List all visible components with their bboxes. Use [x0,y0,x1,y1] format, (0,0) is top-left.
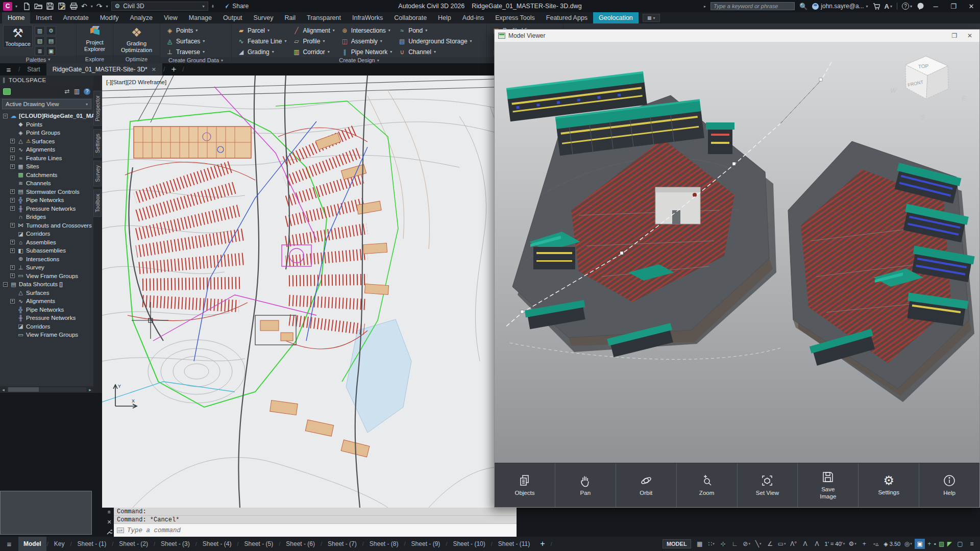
side-tab-toolbox[interactable]: Toolbox [93,189,102,217]
tree-item-subassemblies[interactable]: +◧Subassemblies [0,246,93,255]
layout-tab-sheet-10[interactable]: Sheet - (10) [448,537,490,551]
tree-item-view-frame-groups[interactable]: ▭View Frame Groups [0,331,93,339]
ribbon-tab-transparent[interactable]: Transparent [301,12,347,23]
expand-icon[interactable]: + [10,299,15,304]
layout-tab-sheet-9[interactable]: Sheet - (9) [406,537,446,551]
tree-item-alignments[interactable]: +∿Alignments [0,145,93,154]
ribbon-tab-featured-apps[interactable]: Featured Apps [541,12,593,23]
layout-tab-sheet-11[interactable]: Sheet - (11) [493,537,535,551]
tree-item-stormwater-controls[interactable]: +▤Stormwater Controls [0,188,93,196]
share-button[interactable]: Share [223,3,249,10]
undo-icon[interactable]: ↶ [81,3,87,10]
drawing-tab-menu-icon[interactable]: ≡ [0,63,17,76]
polar-tracking-icon[interactable]: ⊘▾ [742,539,752,549]
item-view-toggle-icon[interactable]: ⇄ [65,88,70,95]
redo-icon[interactable]: ↷ [96,3,103,10]
expand-icon[interactable]: + [10,265,15,270]
workspace-switch-icon[interactable]: ⚙▾ [847,539,857,549]
isometric-drafting-icon[interactable]: ╲▾ [753,539,764,549]
grid-icon[interactable]: ▦ [695,539,705,549]
annotation-scale-value[interactable]: 1' = 40'▾ [824,539,846,549]
app-menu-caret-icon[interactable]: ▾ [15,4,17,9]
tree-item-sites[interactable]: +▦Sites [0,162,93,171]
collapse-icon[interactable]: − [3,114,8,118]
toolspace-help-icon[interactable]: ? [84,88,90,95]
scroll-left-icon[interactable]: ◂ [0,387,7,392]
geolocation-status-icon[interactable]: ▣ [915,539,925,549]
surfaces-button[interactable]: ◬Surfaces▾ [163,36,207,46]
ribbon-tab-analyze[interactable]: Analyze [124,12,158,23]
tree-item-bridges[interactable]: ∩Bridges [0,213,93,221]
search-icon[interactable]: 🔍 [799,3,807,10]
orbit-button[interactable]: Orbit [616,463,677,507]
traverse-button[interactable]: ⊥Traverse▾ [163,46,207,57]
tab-active-drawing[interactable]: RidgeGate_01_MASTER-Site- 3D* ✕ [46,63,162,76]
save-as-icon[interactable] [58,2,66,10]
ribbon-tab-insert[interactable]: Insert [30,12,57,23]
layout-tab-sheet-6[interactable]: Sheet - (6) [281,537,320,551]
workspace-selector[interactable]: ⚙ Civil 3D ▾ [111,2,208,11]
tree-item-pressure-networks[interactable]: ╫Pressure Networks [0,314,93,322]
ribbon-tab-express-tools[interactable]: Express Tools [489,12,541,23]
app-store-cart-icon[interactable] [873,3,880,10]
crosshair-toggle-icon[interactable]: + [859,539,869,549]
settings-palette-icon[interactable]: ⚙ [46,26,56,35]
tree-item-surfaces[interactable]: +△⚠Surfaces [0,137,93,146]
ribbon-tab-infraworks[interactable]: InfraWorks [347,12,388,23]
tree-item-view-frame-groups[interactable]: +▭View Frame Groups [0,272,93,281]
snap-icon[interactable]: ∷▾ [706,539,717,549]
toolspace-grip-icon[interactable]: ▌ [3,78,7,83]
account-button[interactable]: john.sayre@a... ▾ [812,3,868,10]
tree-item-surfaces[interactable]: △Surfaces [0,289,93,297]
close-button[interactable]: ✕ [965,1,978,11]
osnap-icon[interactable]: ▭▾ [777,539,787,549]
tree-item-pipe-networks[interactable]: ╬Pipe Networks [0,306,93,314]
osnap-tracking-icon[interactable]: ∠ [765,539,775,549]
grading-optimization-button[interactable]: ❖ Grading Optimization [116,25,157,53]
assembly-button[interactable]: ◫Assembly▾ [338,36,395,46]
model-space-button[interactable]: MODEL [663,539,691,548]
layout-menu-icon[interactable]: ≡ [0,537,18,551]
expand-icon[interactable]: + [10,240,15,244]
ortho-icon[interactable]: ∟ [730,539,740,549]
search-input[interactable] [710,2,795,10]
tree-item-corridors[interactable]: ◪Corridors [0,322,93,331]
properties-palette-icon[interactable]: ▥ [35,26,45,35]
expand-icon[interactable]: + [10,147,15,152]
minimize-button[interactable]: ─ [929,1,942,11]
viewcube-west-label[interactable]: W [890,87,897,94]
new-file-icon[interactable] [22,2,31,10]
customize-icon[interactable]: ≡ [967,539,977,549]
tree-item-pressure-networks[interactable]: +╫Pressure Networks [0,205,93,213]
pipe-network-button[interactable]: ∥Pipe Network▾ [338,46,395,57]
workspace-pin-icon[interactable]: ⇟ [211,4,215,9]
ribbon-tab-modify[interactable]: Modify [94,12,125,23]
viewcube-top-face[interactable]: TOP [918,63,928,69]
new-layout-button[interactable]: + [535,537,550,551]
parcel-button[interactable]: ▰Parcel▾ [235,25,289,36]
model-viewer-viewport[interactable]: TOP FRONT W E S [495,42,979,463]
display-icon[interactable]: ▢ [955,539,965,549]
tab-start[interactable]: Start [21,63,46,76]
app-logo-icon[interactable]: C [3,2,12,11]
settings-button[interactable]: ⚙ Settings [859,463,919,507]
autodesk-apps-icon[interactable]: A▾ [885,3,892,10]
view-selector-dropdown[interactable]: Active Drawing View ▾ [2,99,91,109]
side-tab-settings[interactable]: Settings [93,129,102,158]
ribbon-tab-survey[interactable]: Survey [248,12,279,23]
tree-item-channels[interactable]: ≋Channels [0,179,93,188]
undo-caret-icon[interactable]: ▾ [91,4,93,9]
grading-button[interactable]: ◢Grading▾ [235,46,289,57]
panel-layout-icon[interactable]: ▥ [74,88,80,95]
plot-icon[interactable] [69,2,78,10]
channel-button[interactable]: ∪Channel▾ [396,46,474,57]
autoscale-icon[interactable]: Ʌ [800,539,811,549]
model-viewer-close-button[interactable]: ✕ [964,31,976,40]
collapse-icon[interactable]: − [3,282,8,287]
expand-icon[interactable]: + [10,198,15,203]
save-icon[interactable] [46,2,54,10]
command-grip-icon[interactable]: ≡ [108,509,111,515]
tab-overflow-icon[interactable]: ▦▾ [643,14,660,22]
expand-icon[interactable]: + [10,223,15,228]
feedback-icon[interactable] [917,3,924,10]
